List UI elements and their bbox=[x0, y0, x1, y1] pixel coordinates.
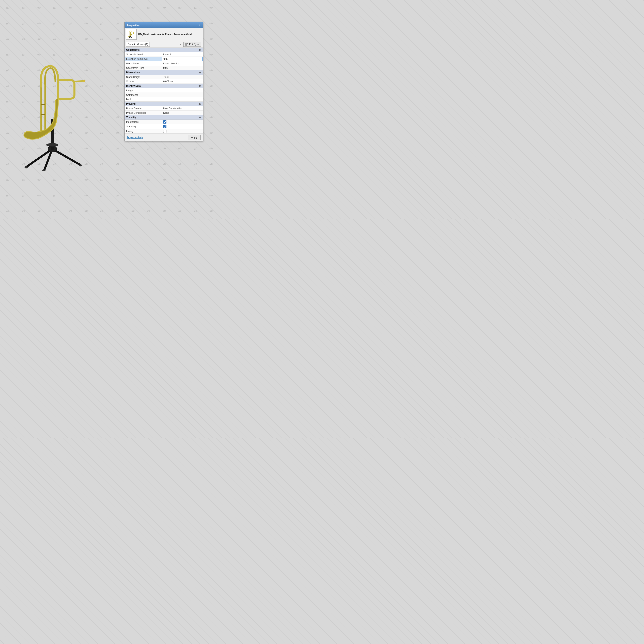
watermark-cell: RD bbox=[14, 30, 33, 49]
watermark-cell: RD bbox=[61, 170, 80, 189]
watermark-cell: RD bbox=[123, 170, 142, 189]
watermark-cell: RD bbox=[14, 0, 33, 17]
panel-close-button[interactable]: × bbox=[198, 24, 201, 27]
watermark-cell: RD bbox=[139, 0, 158, 17]
watermark-cell: RD bbox=[108, 170, 127, 189]
watermark-cell: RD bbox=[123, 0, 142, 17]
category-dropdown-wrapper[interactable]: Generic Models (1) bbox=[126, 42, 182, 47]
watermark-cell: RD bbox=[139, 139, 158, 158]
section-collapse-constraints[interactable]: ⊞ bbox=[199, 49, 201, 51]
watermark-cell: RD bbox=[45, 30, 64, 49]
prop-label-identity_data-0: Image bbox=[125, 88, 162, 93]
section-collapse-identity_data[interactable]: ⊞ bbox=[199, 85, 201, 87]
watermark-cell: RD bbox=[108, 14, 127, 33]
watermark-cell: RD bbox=[45, 202, 64, 219]
item-title: RD_Music Instruments French Trombone Gol… bbox=[138, 33, 192, 36]
prop-row-constraints-0: Schedule LevelLevel 1 bbox=[125, 52, 203, 57]
section-label-visibility: Visibility bbox=[126, 116, 136, 119]
watermark-cell: RD bbox=[0, 30, 17, 49]
properties-help-link[interactable]: Properties help bbox=[127, 136, 143, 139]
watermark-cell: RD bbox=[202, 123, 219, 142]
panel-footer: Properties help Apply bbox=[125, 134, 203, 141]
watermark-cell: RD bbox=[108, 92, 127, 111]
panel-controls-row: Generic Models (1) Edit Type bbox=[125, 41, 203, 48]
watermark-cell: RD bbox=[202, 76, 219, 96]
prop-value-dimensions-0: 70.00 bbox=[162, 75, 203, 79]
watermark-cell: RD bbox=[76, 0, 96, 17]
watermark-cell: RD bbox=[139, 186, 158, 205]
watermark-cell: RD bbox=[45, 14, 64, 33]
prop-label-dimensions-0: Stand Height bbox=[125, 75, 162, 79]
section-collapse-dimensions[interactable]: ⊞ bbox=[199, 71, 201, 74]
edit-type-label: Edit Type bbox=[189, 43, 199, 46]
watermark-cell: RD bbox=[186, 139, 205, 158]
prop-value-visibility-1[interactable] bbox=[162, 124, 203, 129]
watermark-cell: RD bbox=[61, 14, 80, 33]
instrument-area bbox=[8, 50, 105, 171]
prop-row-identity_data-0: Image bbox=[125, 88, 203, 93]
prop-value-dimensions-1: 0.003 m³ bbox=[162, 79, 203, 84]
watermark-cell: RD bbox=[108, 61, 127, 80]
apply-button[interactable]: Apply bbox=[188, 135, 201, 140]
watermark-cell: RD bbox=[139, 155, 158, 174]
watermark-cell: RD bbox=[14, 14, 33, 33]
prop-row-visibility-0: Mouthpiece bbox=[125, 120, 203, 124]
watermark-cell: RD bbox=[108, 139, 127, 158]
prop-value-constraints-2: Level : Level 1 bbox=[162, 61, 203, 66]
prop-label-visibility-2: Laying bbox=[125, 129, 162, 133]
svg-point-13 bbox=[25, 166, 28, 168]
prop-value-constraints-0: Level 1 bbox=[162, 52, 203, 57]
watermark-cell: RD bbox=[92, 202, 111, 219]
watermark-cell: RD bbox=[76, 14, 96, 33]
checkbox-visibility-1[interactable] bbox=[163, 125, 166, 128]
section-label-dimensions: Dimensions bbox=[126, 71, 140, 74]
watermark-cell: RD bbox=[123, 202, 142, 219]
section-collapse-phasing[interactable]: ⊞ bbox=[199, 103, 201, 105]
svg-point-10 bbox=[83, 80, 85, 82]
category-dropdown[interactable]: Generic Models (1) bbox=[126, 42, 150, 47]
watermark-cell: RD bbox=[108, 155, 127, 174]
watermark-cell: RD bbox=[108, 186, 127, 205]
prop-value-constraints-1[interactable] bbox=[162, 57, 203, 61]
section-header-phasing: Phasing ⊞ bbox=[125, 102, 203, 106]
watermark-cell: RD bbox=[30, 186, 49, 205]
watermark-cell: RD bbox=[123, 155, 142, 174]
watermark-cell: RD bbox=[170, 0, 189, 17]
prop-label-phasing-1: Phase Demolished bbox=[125, 111, 162, 115]
prop-label-dimensions-1: Volume bbox=[125, 79, 162, 84]
watermark-cell: RD bbox=[170, 202, 189, 219]
watermark-cell: RD bbox=[170, 139, 189, 158]
watermark-cell: RD bbox=[155, 202, 174, 219]
watermark-cell: RD bbox=[123, 139, 142, 158]
watermark-cell: RD bbox=[0, 202, 17, 219]
panel-titlebar: Properties × bbox=[125, 22, 203, 28]
watermark-cell: RD bbox=[45, 186, 64, 205]
watermark-cell: RD bbox=[108, 202, 127, 219]
watermark-cell: RD bbox=[202, 61, 219, 80]
watermark-cell: RD bbox=[170, 170, 189, 189]
prop-row-identity_data-2: Mark bbox=[125, 97, 203, 102]
watermark-cell: RD bbox=[30, 202, 49, 219]
watermark-cell: RD bbox=[108, 0, 127, 17]
watermark-cell: RD bbox=[108, 123, 127, 142]
edit-type-button[interactable]: Edit Type bbox=[183, 42, 201, 47]
watermark-cell: RD bbox=[14, 186, 33, 205]
watermark-cell: RD bbox=[30, 30, 49, 49]
section-header-visibility: Visibility ⊞ bbox=[125, 115, 203, 120]
checkbox-visibility-0[interactable] bbox=[163, 120, 166, 124]
watermark-cell: RD bbox=[202, 155, 219, 174]
watermark-cell: RD bbox=[108, 108, 127, 127]
prop-value-phasing-1: None bbox=[162, 111, 203, 115]
checkbox-visibility-2[interactable] bbox=[163, 130, 166, 133]
prop-label-constraints-1: Elevation from Level bbox=[125, 57, 162, 61]
watermark-cell: RD bbox=[76, 170, 96, 189]
watermark-cell: RD bbox=[45, 0, 64, 17]
prop-value-visibility-2[interactable] bbox=[162, 129, 203, 133]
watermark-cell: RD bbox=[45, 170, 64, 189]
section-header-dimensions: Dimensions ⊞ bbox=[125, 70, 203, 75]
watermark-cell: RD bbox=[61, 202, 80, 219]
prop-row-constraints-1: Elevation from Level bbox=[125, 57, 203, 61]
prop-value-visibility-0[interactable] bbox=[162, 120, 203, 124]
input-constraints-1[interactable] bbox=[163, 58, 201, 60]
section-collapse-visibility[interactable]: ⊞ bbox=[199, 116, 201, 119]
